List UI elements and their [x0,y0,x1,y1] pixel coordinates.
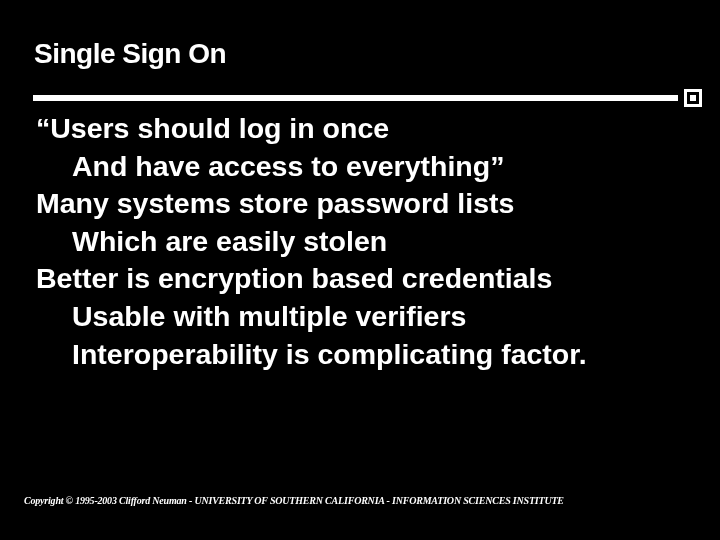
slide-title: Single Sign On [34,38,226,70]
body-line: Many systems store password lists [36,185,700,223]
body-line: And have access to everything” [36,148,700,186]
slide: Single Sign On “Users should log in once… [0,0,720,540]
body-line: Better is encryption based credentials [36,260,700,298]
divider-square-icon [684,89,702,107]
body-line: Interoperability is complicating factor. [36,336,700,374]
title-divider [33,89,702,107]
body-line: Which are easily stolen [36,223,700,261]
slide-footer: Copyright © 1995-2003 Clifford Neuman - … [24,495,564,506]
slide-body: “Users should log in once And have acces… [36,110,700,373]
body-line: “Users should log in once [36,110,700,148]
body-line: Usable with multiple verifiers [36,298,700,336]
divider-line [33,95,678,101]
